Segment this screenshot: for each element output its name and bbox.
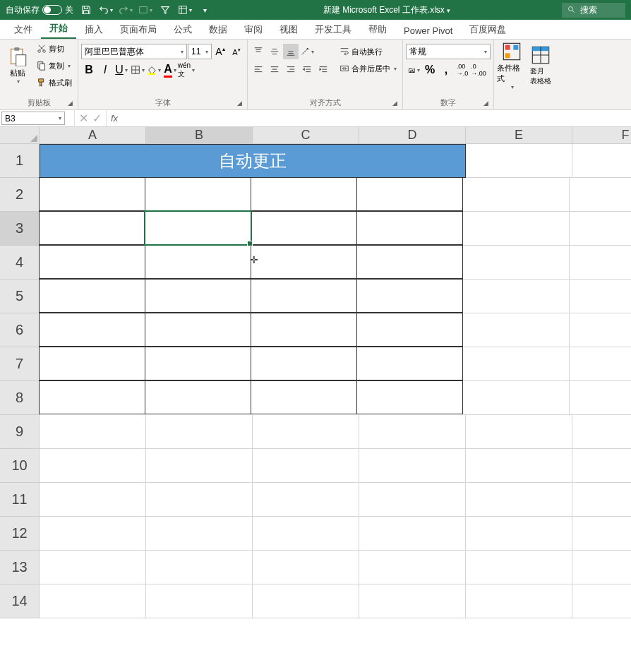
cell-F14[interactable] (572, 584, 631, 618)
font-name-combo[interactable]: 阿里巴巴普惠体▾ (81, 44, 187, 59)
row-header-12[interactable]: 12 (0, 517, 40, 551)
align-center-button[interactable] (267, 62, 282, 78)
row-header-11[interactable]: 11 (0, 483, 40, 517)
cell-B6[interactable] (145, 313, 251, 347)
cell-F3[interactable] (570, 212, 631, 246)
cell-D5[interactable] (356, 279, 463, 313)
cell-B11[interactable] (146, 483, 253, 517)
cell-F9[interactable] (572, 415, 631, 449)
increase-indent-button[interactable] (316, 62, 331, 78)
cell-D7[interactable] (356, 347, 463, 380)
cell-B10[interactable] (146, 449, 253, 483)
copy-button[interactable]: 复制▾ (34, 58, 75, 73)
cell-C10[interactable] (253, 449, 359, 483)
align-left-button[interactable] (251, 62, 266, 78)
cell-B3[interactable] (145, 211, 251, 245)
filter-icon[interactable] (158, 3, 172, 17)
row-header-13[interactable]: 13 (0, 551, 40, 584)
comma-button[interactable]: , (438, 62, 454, 78)
tab-developer[interactable]: 开发工具 (306, 20, 360, 39)
qat-customize-button[interactable]: ▾ (198, 3, 212, 17)
tab-formulas[interactable]: 公式 (165, 20, 200, 39)
select-all-corner[interactable] (0, 127, 40, 144)
alignment-launcher[interactable]: ◢ (392, 100, 401, 108)
cell-F8[interactable] (570, 381, 631, 415)
cell-C14[interactable] (253, 584, 359, 618)
cell-B12[interactable] (146, 517, 253, 551)
cell-D11[interactable] (359, 483, 466, 517)
cell-B5[interactable] (145, 279, 251, 313)
align-top-button[interactable] (251, 44, 266, 59)
conditional-format-button[interactable]: 条件格式▾ (497, 41, 527, 90)
cell-E8[interactable] (463, 381, 570, 415)
align-right-button[interactable] (283, 62, 299, 78)
accounting-button[interactable]: 🖭▾ (406, 62, 421, 78)
cell-A10[interactable] (40, 449, 146, 483)
cell-A14[interactable] (40, 584, 146, 618)
number-launcher[interactable]: ◢ (483, 100, 492, 108)
cell-B8[interactable] (145, 380, 251, 414)
column-header-E[interactable]: E (466, 127, 572, 144)
row-header-9[interactable]: 9 (0, 415, 40, 449)
cell-E3[interactable] (463, 212, 570, 246)
cell-D8[interactable] (356, 380, 463, 414)
cell-C5[interactable] (251, 279, 357, 313)
paste-button[interactable]: 粘贴▾ (3, 41, 32, 90)
column-header-D[interactable]: D (359, 127, 466, 144)
cell-C6[interactable] (251, 313, 357, 347)
merge-center-button[interactable]: 合并后居中▾ (337, 61, 399, 76)
row-header-5[interactable]: 5 (0, 280, 40, 313)
cell-C7[interactable] (251, 347, 357, 380)
cell-D12[interactable] (359, 517, 466, 551)
cell-A3[interactable] (39, 211, 145, 245)
cell-F5[interactable] (570, 280, 631, 313)
cell-E6[interactable] (463, 313, 570, 347)
row-header-7[interactable]: 7 (0, 347, 40, 381)
format-painter-button[interactable]: 格式刷 (34, 75, 75, 90)
cell-F4[interactable] (570, 246, 631, 280)
cell-A12[interactable] (40, 517, 146, 551)
qat-button-1[interactable]: ▾ (138, 3, 152, 17)
cell-A9[interactable] (40, 415, 146, 449)
cell-A2[interactable] (39, 177, 145, 211)
cell-C11[interactable] (253, 483, 359, 517)
format-table-button[interactable]: 套月 表格格 (528, 41, 553, 90)
cell-B2[interactable] (145, 177, 251, 211)
increase-decimal-button[interactable]: .00→.0 (455, 62, 470, 78)
cell-C12[interactable] (253, 517, 359, 551)
cell-E14[interactable] (466, 584, 572, 618)
underline-button[interactable]: U▾ (114, 62, 129, 78)
font-color-button[interactable]: A▾ (162, 62, 178, 78)
redo-button[interactable]: ▾ (119, 3, 133, 17)
cell-A5[interactable] (39, 279, 145, 313)
cell-D3[interactable] (356, 211, 463, 245)
cell-D2[interactable] (356, 177, 463, 211)
save-button[interactable] (79, 3, 93, 17)
cell-D14[interactable] (359, 584, 466, 618)
undo-button[interactable]: ▾ (99, 3, 113, 17)
fill-color-button[interactable]: ▾ (146, 62, 162, 78)
formula-input[interactable] (118, 110, 631, 126)
decrease-indent-button[interactable] (299, 62, 315, 78)
tab-data[interactable]: 数据 (200, 20, 236, 39)
cell-C8[interactable] (251, 380, 357, 414)
cell-E11[interactable] (466, 483, 572, 517)
increase-font-button[interactable]: A▴ (212, 44, 228, 59)
cell-C2[interactable] (251, 177, 357, 211)
cell-F11[interactable] (572, 483, 631, 517)
row-header-8[interactable]: 8 (0, 381, 40, 415)
cell-E1[interactable] (466, 144, 572, 178)
cell-A11[interactable] (40, 483, 146, 517)
search-input[interactable]: 搜索 (562, 3, 625, 18)
fx-icon[interactable]: fx (107, 110, 118, 126)
row-header-3[interactable]: 3 (0, 212, 40, 246)
cut-button[interactable]: 剪切 (34, 41, 75, 56)
tab-help[interactable]: 帮助 (360, 20, 395, 39)
orientation-button[interactable]: ▾ (299, 44, 315, 59)
cell-A13[interactable] (40, 551, 146, 584)
cell-B4[interactable] (145, 245, 251, 279)
wrap-text-button[interactable]: 自动换行 (337, 44, 399, 59)
cell-A7[interactable] (39, 347, 145, 380)
cell-E9[interactable] (466, 415, 572, 449)
column-header-F[interactable]: F (572, 127, 631, 144)
